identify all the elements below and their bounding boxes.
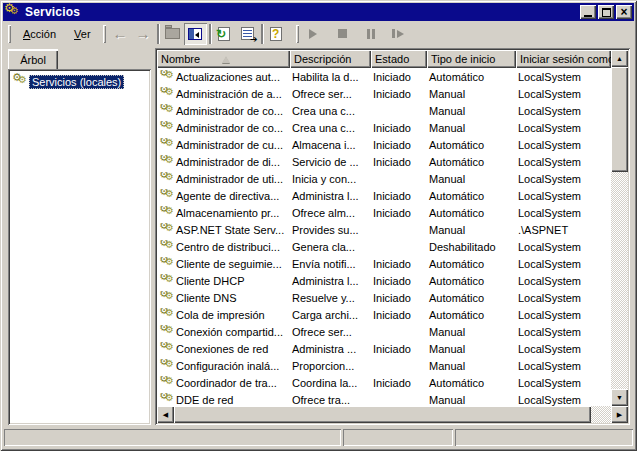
column-header-3[interactable]: Tipo de inicio [427,50,516,68]
service-row[interactable]: Cliente DHCPAdministra l...IniciadoAutom… [157,272,611,289]
scroll-left-button[interactable]: ◀ [157,406,174,423]
cell-status: Iniciado [373,88,411,100]
cell-description: Ofrece ser... [292,88,352,100]
export-list-icon [241,27,254,40]
vertical-scroll-thumb[interactable] [611,67,628,172]
cell-logon: LocalSystem [518,122,581,134]
content-area: Árbol Servicios (locales) NombreDescripc… [3,46,634,426]
column-header-2[interactable]: Estado [371,50,427,68]
service-row[interactable]: Cliente DNSResuelve y...IniciadoAutomáti… [157,289,611,306]
services-gears-icon [5,5,21,20]
scroll-down-button[interactable]: ▼ [611,389,628,406]
service-gears-icon [159,240,176,254]
cell-name: Administrador de di... [176,156,280,168]
service-row[interactable]: Administrador de cu...Almacena i...Inici… [157,136,611,153]
cell-name: Almacenamiento pr... [176,207,279,219]
status-panel [4,429,341,446]
service-row[interactable]: Administrador de uti...Inicia y con...Ma… [157,170,611,187]
cell-description: Servicio de ... [292,156,359,168]
service-row[interactable]: Administrador de co...Crea una c...Inici… [157,119,611,136]
toolbar-separator [209,24,211,44]
cell-name: Administración de a... [176,88,282,100]
service-row[interactable]: Administrador de di...Servicio de ...Ini… [157,153,611,170]
toolbar-grip[interactable] [8,25,11,43]
play-icon [309,29,317,39]
services-list-panel: NombreDescripciónEstadoTipo de inicioIni… [155,48,630,425]
service-gears-icon [159,87,176,101]
window-title: Servicios [25,5,80,19]
maximize-button[interactable] [598,5,614,19]
tree-item-servicios-locales[interactable]: Servicios (locales) [12,75,147,89]
service-row[interactable]: Coordinador de tra...Coordina la...Inici… [157,374,611,391]
start-service-button[interactable] [302,23,325,45]
cell-startup: Automático [429,190,484,202]
cell-name: DDE de red [176,394,233,406]
cell-name: ASP.NET State Serv... [176,224,284,236]
column-header-0[interactable]: Nombre [157,50,290,68]
cell-description: Genera cla... [292,241,355,253]
service-gears-icon [159,172,176,186]
scroll-up-button[interactable]: ▲ [611,50,628,67]
service-row[interactable]: Cola de impresiónCarga archi...IniciadoA… [157,306,611,323]
back-button[interactable]: ← [109,23,132,45]
vertical-scroll-track[interactable] [611,172,628,389]
help-button[interactable]: ? [265,23,288,45]
toolbar-grip[interactable] [296,25,299,43]
back-arrow-icon: ← [113,26,128,41]
show-hide-console-tree-button[interactable] [184,23,207,45]
cell-name: Administrador de cu... [176,139,283,151]
service-row[interactable]: Administrador de co...Crea una c...Manua… [157,102,611,119]
service-row[interactable]: ASP.NET State Serv...Provides su...Manua… [157,221,611,238]
cell-logon: LocalSystem [518,139,581,151]
up-folder-button[interactable] [161,23,184,45]
minimize-button[interactable] [580,5,596,19]
cell-description: Proporcion... [292,360,354,372]
column-header-4[interactable]: Iniciar sesión como [516,50,611,68]
scroll-right-button[interactable]: ▶ [611,406,628,423]
service-gears-icon [159,206,176,220]
refresh-button[interactable]: ↻ [213,23,236,45]
service-gears-icon [159,223,176,237]
cell-status: Iniciado [373,139,411,151]
horizontal-scrollbar[interactable]: ◀ ▶ [157,406,628,423]
service-row[interactable]: Conexión compartid...Ofrece ser...Manual… [157,323,611,340]
horizontal-scroll-track[interactable] [591,406,611,423]
tab-arbol[interactable]: Árbol [8,49,58,69]
export-list-button[interactable] [236,23,259,45]
close-button[interactable]: × [616,5,632,19]
horizontal-scroll-thumb[interactable] [174,406,591,423]
cell-startup: Automático [429,156,484,168]
minimize-icon [584,15,592,17]
service-gears-icon [159,376,176,390]
menu-ver[interactable]: Ver [65,25,100,43]
cell-description: Provides su... [292,224,359,236]
cell-description: Habilita la d... [292,71,359,83]
refresh-icon: ↻ [218,27,230,41]
service-row[interactable]: Centro de distribuci...Genera cla...Desh… [157,238,611,255]
service-row[interactable]: Agente de directiva...Administra l...Ini… [157,187,611,204]
cell-logon: LocalSystem [518,292,581,304]
service-row[interactable]: Almacenamiento pr...Ofrece alm...Iniciad… [157,204,611,221]
toolbar-grip[interactable] [103,25,106,43]
menu-accion[interactable]: Acción [14,25,65,43]
service-gears-icon [12,75,29,89]
service-gears-icon [159,393,176,407]
pause-service-button[interactable] [360,23,383,45]
service-gears-icon [159,274,176,288]
forward-button[interactable]: → [132,23,155,45]
service-row[interactable]: Administración de a...Ofrece ser...Inici… [157,85,611,102]
cell-name: Conexiones de red [176,343,268,355]
cell-logon: LocalSystem [518,71,581,83]
restart-service-button[interactable] [387,23,410,45]
title-bar[interactable]: Servicios × [3,3,634,21]
service-row[interactable]: Cliente de seguimie...Envía notifi...Ini… [157,255,611,272]
service-row[interactable]: DDE de redOfrece tra...ManualLocalSystem [157,391,611,406]
vertical-scrollbar[interactable]: ▲ ▼ [611,50,628,406]
cell-description: Coordina la... [292,377,357,389]
service-row[interactable]: Configuración inalá...Proporcion...Manua… [157,357,611,374]
service-row[interactable]: Actualizaciones aut...Habilita la d...In… [157,68,611,85]
column-header-1[interactable]: Descripción [290,50,371,68]
stop-service-button[interactable] [331,23,354,45]
service-row[interactable]: Conexiones de redAdministra ...IniciadoM… [157,340,611,357]
cell-logon: LocalSystem [518,156,581,168]
